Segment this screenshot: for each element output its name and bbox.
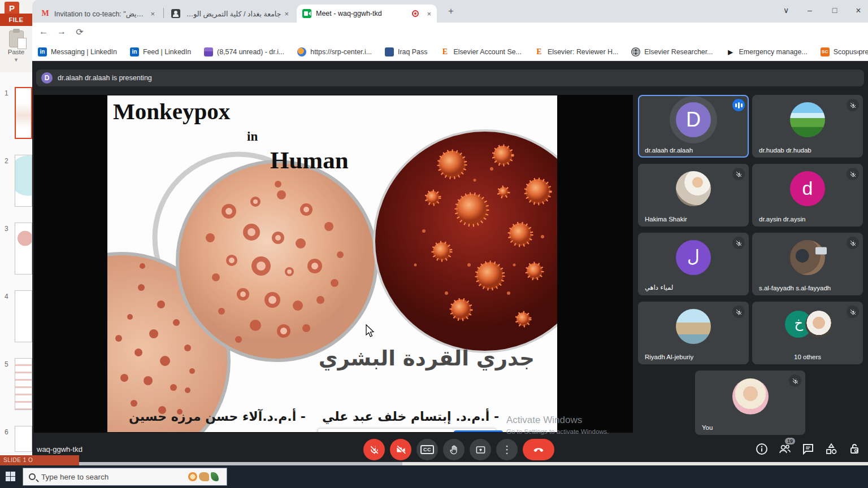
slide-arabic-title: جدري القردة البشري bbox=[319, 346, 535, 371]
reload-icon[interactable]: ⟳ bbox=[73, 27, 86, 37]
mic-off-icon bbox=[732, 168, 745, 180]
participant-tile[interactable]: ل لمياء داهي bbox=[638, 233, 749, 295]
bookmark-item[interactable]: (8,574 unread) - dr.i... bbox=[204, 47, 284, 56]
new-tab-button[interactable]: + bbox=[448, 6, 454, 17]
participant-tile[interactable]: Riyadh Al-jeburiy bbox=[638, 302, 749, 364]
participant-tile-others[interactable]: خ 10 others bbox=[752, 302, 863, 364]
present-screen-button[interactable] bbox=[470, 439, 491, 460]
search-placeholder: Type here to search bbox=[41, 473, 188, 481]
mic-off-icon bbox=[847, 237, 859, 249]
close-tab-icon[interactable]: × bbox=[284, 10, 289, 18]
close-window-button[interactable]: × bbox=[850, 6, 867, 16]
speaking-indicator-icon bbox=[732, 99, 745, 111]
ppt-status-bar: SLIDE 1 O bbox=[0, 455, 79, 465]
meet-icon bbox=[302, 9, 311, 18]
mic-off-icon bbox=[847, 168, 859, 180]
participant-tile[interactable]: dr.hudab dr.hudab bbox=[752, 95, 863, 158]
tab-meet-active[interactable]: Meet - waq-ggwh-tkd × bbox=[297, 5, 437, 23]
participant-tile-you[interactable]: You bbox=[695, 371, 805, 435]
mic-mute-button[interactable] bbox=[363, 439, 385, 460]
linkedin-icon: in bbox=[38, 47, 47, 56]
raise-hand-button[interactable] bbox=[443, 439, 465, 460]
camera-off-button[interactable] bbox=[390, 439, 411, 460]
bookmark-item[interactable]: Iraq Pass bbox=[385, 47, 427, 56]
bookmark-item[interactable]: E Elsevier Account Se... bbox=[440, 47, 522, 56]
avatar bbox=[732, 378, 769, 415]
bookmark-label: Iraq Pass bbox=[398, 48, 427, 56]
bookmark-label: Elsevier Researcher... bbox=[644, 48, 713, 56]
bookmark-item[interactable]: in Feed | LinkedIn bbox=[130, 47, 191, 56]
slide-thumbnail-2[interactable] bbox=[15, 155, 32, 207]
participant-tile[interactable]: Hakima Shakir bbox=[638, 164, 749, 226]
avatar: d bbox=[790, 171, 825, 206]
bookmark-item[interactable]: E Elsevier: Reviewer H... bbox=[535, 47, 618, 56]
chat-icon[interactable] bbox=[801, 442, 815, 456]
slide-thumbnail-4[interactable] bbox=[15, 290, 32, 342]
minimize-button[interactable]: – bbox=[801, 6, 818, 15]
back-icon[interactable]: ← bbox=[37, 27, 50, 37]
forward-icon[interactable]: → bbox=[55, 27, 68, 37]
tab-label: Invitation to co-teach: "التمريض bbox=[54, 10, 147, 18]
maximize-button[interactable]: □ bbox=[826, 6, 843, 15]
avatar: ل bbox=[676, 240, 711, 275]
people-icon[interactable]: 19 bbox=[778, 442, 792, 456]
slide-thumbnail-5[interactable] bbox=[15, 358, 32, 410]
host-controls-icon[interactable] bbox=[848, 442, 861, 456]
bookmark-label: Scopus preview - Al... bbox=[834, 48, 868, 56]
participant-tile[interactable]: d dr.aysin dr.aysin bbox=[752, 164, 863, 226]
captions-button[interactable]: CC bbox=[416, 439, 438, 460]
mic-off-icon bbox=[732, 306, 745, 318]
bookmark-item[interactable]: SC Scopus preview - Al... bbox=[821, 47, 868, 56]
bookmarks-bar: in Messaging | LinkedIn in Feed | Linked… bbox=[32, 43, 868, 61]
slide-thumbnail-6[interactable] bbox=[15, 426, 32, 452]
slide-title: Monkeypox bbox=[113, 98, 230, 125]
tab-strip: M Invitation to co-teach: "التمريض × جام… bbox=[32, 0, 868, 23]
paste-dropdown-caret[interactable]: ▼ bbox=[0, 57, 32, 63]
more-options-button[interactable]: ⋮ bbox=[496, 439, 518, 460]
start-button[interactable] bbox=[6, 472, 15, 481]
slide-number: 6 bbox=[5, 428, 8, 436]
mic-off-icon bbox=[732, 237, 745, 249]
close-tab-icon[interactable]: × bbox=[150, 10, 155, 18]
activities-icon[interactable] bbox=[824, 442, 838, 456]
mail-icon bbox=[204, 47, 213, 56]
participant-name: dr.alaah dr.alaah bbox=[645, 147, 693, 154]
tab-search-chevron-icon[interactable]: ∨ bbox=[778, 6, 795, 15]
leave-call-button[interactable] bbox=[523, 439, 554, 460]
mic-off-icon bbox=[847, 306, 859, 318]
avatar bbox=[790, 102, 825, 137]
paste-label[interactable]: Paste bbox=[0, 49, 32, 55]
bookmark-item[interactable]: Elsevier Researcher... bbox=[631, 47, 713, 56]
paste-icon[interactable] bbox=[9, 30, 24, 47]
participant-tile[interactable]: D dr.alaah dr.alaah bbox=[638, 95, 749, 158]
close-tab-icon[interactable]: × bbox=[427, 10, 431, 18]
meeting-details-icon[interactable] bbox=[755, 442, 769, 456]
slide-author-left: - أ.م.د.آلاء حسن مرزه حسين bbox=[129, 409, 306, 424]
bookmarks-overflow-icon[interactable]: » bbox=[856, 47, 860, 56]
emergency-icon: ▶ bbox=[726, 47, 735, 56]
slide-thumbnail-1[interactable] bbox=[15, 87, 32, 139]
taskbar-search-box[interactable]: Type here to search bbox=[23, 468, 227, 486]
tab-gmail-invitation[interactable]: M Invitation to co-teach: "التمريض × bbox=[35, 5, 160, 23]
globe-icon bbox=[631, 47, 640, 56]
avatar bbox=[676, 171, 711, 206]
participant-name: Hakima Shakir bbox=[645, 216, 687, 223]
bookmark-item[interactable]: ▶ Emergency manage... bbox=[726, 47, 807, 56]
windows-taskbar: Type here to search W S bbox=[0, 465, 868, 488]
ppt-file-tab[interactable]: FILE bbox=[0, 14, 32, 26]
bookmark-item[interactable]: https://srp-center.i... bbox=[297, 47, 372, 56]
gmail-icon: M bbox=[41, 9, 50, 18]
elsevier-icon: E bbox=[535, 47, 544, 56]
bookmark-label: Feed | LinkedIn bbox=[143, 48, 191, 56]
bookmark-item[interactable]: in Messaging | LinkedIn bbox=[38, 47, 117, 56]
stop-sharing-button[interactable]: Stop sharing bbox=[454, 430, 503, 432]
slide-thumbnail-3[interactable] bbox=[15, 223, 32, 274]
powerpoint-app-icon: P bbox=[5, 2, 19, 15]
linkedin-icon: in bbox=[130, 47, 139, 56]
meet-control-bar: waq-ggwh-tkd CC ⋮ bbox=[32, 438, 868, 462]
participant-tile[interactable]: s.al-fayyadh s.al-fayyadh bbox=[752, 233, 863, 295]
avatar: D bbox=[676, 102, 711, 137]
tab-university[interactable]: جامعة بغداد / كلية التمريض الوحدة × bbox=[166, 5, 294, 23]
mic-off-icon bbox=[789, 374, 801, 387]
slide-number: 1 bbox=[5, 89, 8, 97]
